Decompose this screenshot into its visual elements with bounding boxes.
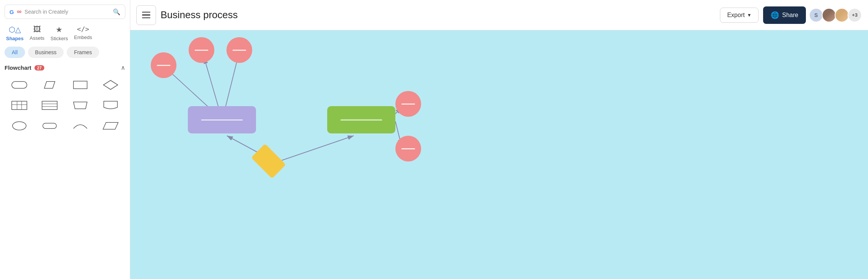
avatar-s: S bbox=[809, 8, 823, 22]
share-button[interactable]: 🌐 Share bbox=[763, 6, 806, 24]
avatar-person2 bbox=[835, 8, 849, 22]
shape-skewed[interactable] bbox=[97, 118, 124, 134]
creately-logo-icon: ∞ bbox=[17, 8, 22, 16]
diagram-title[interactable]: Business process bbox=[161, 9, 715, 21]
export-button[interactable]: Export ▼ bbox=[720, 8, 759, 23]
sidebar: G ∞ Search in Creately 🔍 ⬡△ Shapes 🖼 Ass… bbox=[0, 0, 130, 279]
assets-icon: 🖼 bbox=[33, 25, 41, 34]
filter-all[interactable]: All bbox=[5, 47, 25, 58]
shape-diamond[interactable] bbox=[97, 77, 124, 93]
node-purple-rect[interactable] bbox=[188, 106, 256, 133]
svg-rect-2 bbox=[73, 81, 87, 89]
nav-assets[interactable]: 🖼 Assets bbox=[30, 25, 44, 41]
node-circle-4[interactable] bbox=[395, 91, 421, 117]
shape-grid-table[interactable] bbox=[6, 97, 33, 114]
diamond-shape bbox=[251, 144, 286, 179]
filter-pills: All Business Frames bbox=[5, 47, 125, 58]
svg-line-18 bbox=[225, 56, 238, 109]
section-title-flowchart: Flowchart 27 bbox=[5, 64, 44, 71]
embeds-icon: </> bbox=[77, 25, 89, 33]
shape-oval[interactable] bbox=[6, 118, 33, 134]
svg-rect-13 bbox=[43, 123, 56, 129]
filter-frames[interactable]: Frames bbox=[67, 47, 99, 58]
flowchart-section-header: Flowchart 27 ∧ bbox=[5, 64, 125, 71]
search-icon[interactable]: 🔍 bbox=[113, 8, 120, 16]
svg-line-20 bbox=[282, 136, 354, 160]
node-circle-2[interactable] bbox=[189, 37, 214, 63]
circle-line-1 bbox=[157, 65, 170, 66]
shape-trapezoid[interactable] bbox=[67, 97, 94, 114]
svg-rect-4 bbox=[12, 101, 27, 110]
rect-content-line bbox=[201, 119, 243, 121]
svg-rect-0 bbox=[12, 82, 27, 88]
node-diamond[interactable] bbox=[248, 147, 289, 175]
circle-line-3 bbox=[233, 50, 246, 51]
avatar-overflow: +3 bbox=[848, 8, 862, 22]
nav-embeds[interactable]: </> Embeds bbox=[74, 25, 92, 41]
circle-line-5 bbox=[401, 148, 415, 149]
svg-marker-11 bbox=[73, 102, 87, 109]
section-collapse-chevron[interactable]: ∧ bbox=[121, 64, 125, 71]
globe-icon: 🌐 bbox=[771, 11, 779, 19]
filter-business[interactable]: Business bbox=[28, 47, 64, 58]
google-icon: G bbox=[9, 9, 14, 15]
stickers-icon: ★ bbox=[56, 25, 62, 34]
nav-stickers[interactable]: ★ Stickers bbox=[50, 25, 68, 41]
circle-line-4 bbox=[401, 103, 415, 105]
svg-marker-14 bbox=[103, 122, 118, 129]
collaborators-avatars: S +3 bbox=[810, 8, 862, 22]
shape-rectangle[interactable] bbox=[67, 77, 94, 93]
svg-line-17 bbox=[204, 58, 219, 110]
shape-rounded-rect[interactable] bbox=[6, 77, 33, 93]
shapes-icon: ⬡△ bbox=[9, 25, 21, 34]
search-bar[interactable]: G ∞ Search in Creately 🔍 bbox=[5, 5, 125, 19]
green-rect-line bbox=[340, 119, 382, 121]
header: Business process Export ▼ 🌐 Share S +3 bbox=[130, 0, 868, 30]
shape-doc[interactable] bbox=[97, 97, 124, 114]
svg-rect-8 bbox=[42, 101, 57, 110]
sidebar-nav: ⬡△ Shapes 🖼 Assets ★ Stickers </> Embeds bbox=[5, 25, 125, 41]
search-input-label: Search in Creately bbox=[25, 9, 110, 15]
shape-parallelogram[interactable] bbox=[36, 77, 63, 93]
shape-grid bbox=[5, 75, 125, 136]
shape-rounded-rect2[interactable] bbox=[36, 118, 63, 134]
svg-point-12 bbox=[12, 122, 26, 130]
node-circle-5[interactable] bbox=[395, 136, 421, 161]
menu-button[interactable] bbox=[136, 5, 156, 25]
svg-marker-3 bbox=[103, 80, 118, 89]
avatar-person1 bbox=[822, 8, 836, 22]
export-dropdown-arrow: ▼ bbox=[747, 13, 751, 18]
svg-marker-1 bbox=[44, 82, 55, 88]
node-circle-3[interactable] bbox=[226, 37, 252, 63]
shape-arc[interactable] bbox=[67, 118, 94, 134]
diagram-canvas[interactable] bbox=[130, 30, 868, 279]
hamburger-icon bbox=[142, 12, 150, 19]
arrows-layer bbox=[130, 30, 868, 279]
flowchart-count-badge: 27 bbox=[34, 65, 44, 71]
shape-horizontal-lines[interactable] bbox=[36, 97, 63, 114]
circle-line-2 bbox=[195, 50, 208, 51]
node-circle-1[interactable] bbox=[151, 52, 176, 78]
node-green-rect[interactable] bbox=[327, 106, 395, 133]
nav-shapes[interactable]: ⬡△ Shapes bbox=[6, 25, 23, 41]
